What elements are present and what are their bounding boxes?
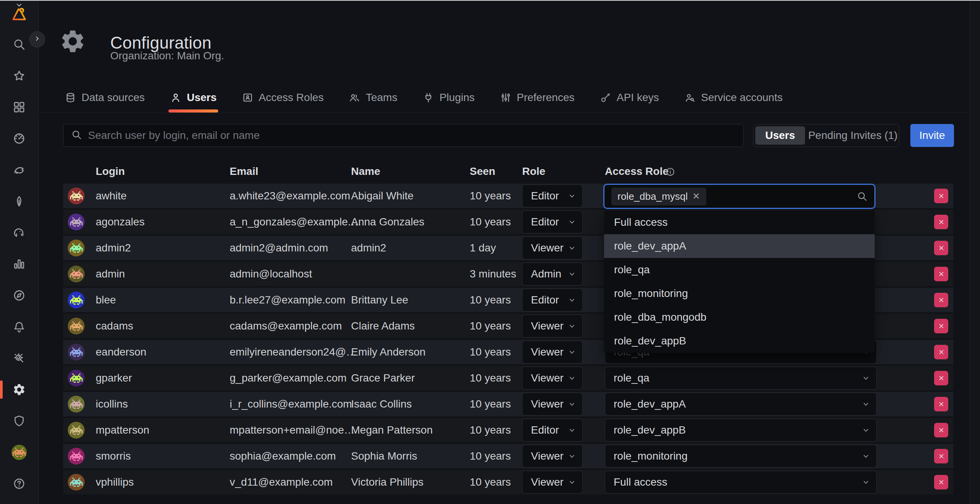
access-role-select[interactable]: role_dev_appA [605, 393, 877, 416]
remove-user-button[interactable] [934, 397, 948, 411]
tab-label: Plugins [439, 91, 475, 104]
access-role-select[interactable]: role_qa [605, 367, 877, 390]
role-select[interactable]: Editor [522, 184, 583, 207]
selected-role-tag-label: role_dba_mysql [617, 191, 688, 202]
chevron-down-icon [862, 374, 870, 382]
dropdown-option-role-dev-appb[interactable]: role_dev_appB [604, 329, 875, 353]
role-select[interactable]: Viewer [522, 237, 583, 259]
avatar [68, 370, 85, 387]
role-select[interactable]: Viewer [522, 445, 583, 468]
access-role-info-icon[interactable] [665, 167, 675, 177]
tab-data-sources[interactable]: Data sources [63, 89, 146, 113]
role-select[interactable]: Viewer [522, 315, 583, 338]
access-role-select[interactable]: role_monitoring [605, 445, 877, 468]
user-seen: 10 years [470, 470, 511, 494]
table-row: mpatterson mpatterson+email@noe… Megan P… [63, 418, 953, 442]
role-select[interactable]: Viewer [522, 471, 583, 494]
remove-user-button[interactable] [934, 267, 948, 281]
access-role-select[interactable]: Full access [605, 471, 877, 494]
tab-service-accounts[interactable]: Service accounts [683, 89, 784, 113]
chevron-down-icon [568, 296, 576, 304]
tab-access-roles[interactable]: Access Roles [240, 89, 325, 113]
tab-label: Preferences [517, 91, 575, 104]
dropdown-option-role-monitoring[interactable]: role_monitoring [604, 282, 875, 305]
user-name: Megan Patterson [351, 418, 433, 442]
avatar [68, 422, 85, 439]
user-email: cadams@example.com [230, 314, 342, 338]
configuration-gear-icon [60, 28, 86, 54]
user-login: smorris [96, 444, 131, 468]
remove-user-button[interactable] [934, 293, 948, 307]
database-icon [65, 92, 76, 103]
dropdown-option-full-access[interactable]: Full access [604, 210, 875, 234]
user-login: vphillips [96, 470, 134, 494]
chevron-down-icon [568, 244, 576, 252]
user-seen: 10 years [470, 366, 511, 390]
sidebar-scroll-chevron[interactable] [0, 1, 38, 504]
remove-tag-icon[interactable]: ✕ [693, 191, 700, 202]
remove-user-button[interactable] [934, 345, 948, 359]
view-toggle-pending-invites-1-[interactable]: Pending Invites (1) [807, 124, 899, 147]
tab-api-keys[interactable]: API keys [598, 89, 660, 113]
dropdown-option-role-dev-appa[interactable]: role_dev_appA [604, 234, 875, 258]
user-login: cadams [96, 314, 133, 338]
table-row: smorris sophia@example.com Sophia Morris… [63, 444, 953, 468]
user-email: a_n_gonzales@example.… [230, 210, 361, 234]
user-login: eanderson [96, 340, 146, 364]
col-seen: Seen [470, 165, 495, 178]
user-seen: 3 minutes [470, 262, 516, 286]
user-login: mpatterson [96, 418, 149, 442]
sidebar-expand-button[interactable] [29, 31, 45, 47]
user-seen: 10 years [470, 314, 511, 338]
role-select[interactable]: Viewer [522, 367, 583, 390]
remove-user-button[interactable] [934, 241, 948, 255]
tab-label: Access Roles [259, 91, 324, 104]
tab-plugins[interactable]: Plugins [421, 89, 476, 113]
chevron-right-icon [33, 35, 41, 44]
avatar [68, 448, 85, 465]
user-seen: 10 years [470, 340, 511, 364]
chevron-down-icon [862, 426, 870, 434]
search-input[interactable] [87, 129, 743, 142]
col-email: Email [230, 165, 258, 178]
search-icon [64, 129, 87, 142]
remove-user-button[interactable] [934, 449, 948, 463]
table-row: vphillips v_d11@example.com Victoria Phi… [63, 470, 953, 494]
avatar [68, 214, 85, 230]
access-role-select[interactable]: role_dev_appB [605, 419, 877, 442]
role-select[interactable]: Viewer [522, 393, 583, 416]
role-select[interactable]: Editor [522, 210, 583, 233]
table-row: gparker g_parker@example.com Grace Parke… [63, 366, 953, 390]
user-login: admin2 [96, 236, 131, 260]
remove-user-button[interactable] [934, 475, 948, 489]
tab-label: Teams [366, 91, 397, 104]
role-select[interactable]: Viewer [522, 341, 583, 364]
remove-user-button[interactable] [934, 371, 948, 385]
role-select[interactable]: Editor [522, 419, 583, 442]
role-select[interactable]: Editor [522, 289, 583, 312]
remove-user-button[interactable] [934, 423, 948, 437]
col-access-role: Access Role [605, 165, 669, 178]
remove-user-button[interactable] [934, 319, 948, 333]
tab-teams[interactable]: Teams [347, 89, 399, 113]
avatar [68, 396, 85, 413]
chevron-down-icon [568, 348, 576, 356]
chevron-down-icon [568, 270, 576, 278]
selected-role-tag: role_dba_mysql ✕ [611, 188, 706, 206]
invite-button[interactable]: Invite [910, 124, 954, 147]
tabs-divider [39, 113, 980, 113]
remove-user-button[interactable] [934, 189, 948, 203]
remove-user-button[interactable] [934, 215, 948, 229]
scrollbar-gutter[interactable] [970, 1, 980, 504]
view-toggle-users[interactable]: Users [755, 126, 805, 145]
dropdown-option-role-qa[interactable]: role_qa [604, 258, 875, 282]
access-role-multiselect-open[interactable]: role_dba_mysql ✕ [603, 184, 875, 209]
dropdown-option-role-dba-mongodb[interactable]: role_dba_mongodb [604, 305, 875, 329]
tab-users[interactable]: Users [168, 89, 218, 113]
user-seen: 10 years [470, 444, 511, 468]
role-select[interactable]: Admin [522, 263, 583, 285]
user-name: Isaac Collins [351, 392, 412, 416]
chevron-down-icon [862, 452, 870, 460]
user-email: admin@localhost [230, 262, 312, 286]
tab-preferences[interactable]: Preferences [498, 89, 576, 113]
